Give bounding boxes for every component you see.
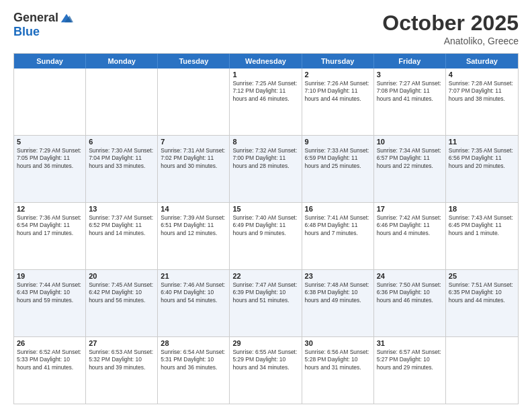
cell-info: Sunrise: 7:30 AM Sunset: 7:04 PM Dayligh… <box>89 147 154 170</box>
day-number: 6 <box>89 138 154 146</box>
calendar-cell: 29Sunrise: 6:55 AM Sunset: 5:29 PM Dayli… <box>230 337 302 404</box>
day-number: 25 <box>449 272 515 280</box>
calendar-week-1: 1Sunrise: 7:25 AM Sunset: 7:12 PM Daylig… <box>14 68 518 136</box>
month-title: October 2025 <box>382 11 519 36</box>
day-number: 28 <box>161 339 226 347</box>
cell-info: Sunrise: 6:52 AM Sunset: 5:33 PM Dayligh… <box>17 349 83 371</box>
calendar-cell: 30Sunrise: 6:56 AM Sunset: 5:28 PM Dayli… <box>302 337 374 404</box>
cell-info: Sunrise: 7:35 AM Sunset: 6:56 PM Dayligh… <box>449 147 515 170</box>
calendar-cell: 10Sunrise: 7:34 AM Sunset: 6:57 PM Dayli… <box>374 136 446 202</box>
calendar-body: 1Sunrise: 7:25 AM Sunset: 7:12 PM Daylig… <box>14 68 518 404</box>
calendar-cell: 20Sunrise: 7:45 AM Sunset: 6:42 PM Dayli… <box>86 270 158 336</box>
calendar-week-5: 26Sunrise: 6:52 AM Sunset: 5:33 PM Dayli… <box>14 337 518 404</box>
calendar-cell: 17Sunrise: 7:42 AM Sunset: 6:46 PM Dayli… <box>374 203 446 269</box>
cell-info: Sunrise: 7:31 AM Sunset: 7:02 PM Dayligh… <box>161 147 226 170</box>
calendar-week-2: 5Sunrise: 7:29 AM Sunset: 7:05 PM Daylig… <box>14 136 518 203</box>
cell-info: Sunrise: 7:28 AM Sunset: 7:07 PM Dayligh… <box>449 80 515 103</box>
header-day-monday: Monday <box>86 54 158 68</box>
calendar-cell: 18Sunrise: 7:43 AM Sunset: 6:45 PM Dayli… <box>446 203 518 269</box>
calendar-cell: 8Sunrise: 7:32 AM Sunset: 7:00 PM Daylig… <box>230 136 302 202</box>
calendar-cell: 12Sunrise: 7:36 AM Sunset: 6:54 PM Dayli… <box>14 203 86 269</box>
cell-info: Sunrise: 7:42 AM Sunset: 6:46 PM Dayligh… <box>377 214 443 237</box>
day-number: 30 <box>305 339 371 347</box>
header-day-friday: Friday <box>374 54 446 68</box>
calendar: SundayMondayTuesdayWednesdayThursdayFrid… <box>13 53 519 404</box>
day-number: 22 <box>232 272 298 280</box>
calendar-week-3: 12Sunrise: 7:36 AM Sunset: 6:54 PM Dayli… <box>14 203 518 270</box>
cell-info: Sunrise: 7:45 AM Sunset: 6:42 PM Dayligh… <box>89 281 154 304</box>
calendar-cell: 13Sunrise: 7:37 AM Sunset: 6:52 PM Dayli… <box>86 203 158 269</box>
cell-info: Sunrise: 7:47 AM Sunset: 6:39 PM Dayligh… <box>232 281 298 304</box>
cell-info: Sunrise: 7:36 AM Sunset: 6:54 PM Dayligh… <box>17 214 83 237</box>
day-number: 18 <box>449 205 515 213</box>
header-day-saturday: Saturday <box>446 54 518 68</box>
calendar-cell: 19Sunrise: 7:44 AM Sunset: 6:43 PM Dayli… <box>14 270 86 336</box>
calendar-cell: 28Sunrise: 6:54 AM Sunset: 5:31 PM Dayli… <box>158 337 230 404</box>
cell-info: Sunrise: 7:34 AM Sunset: 6:57 PM Dayligh… <box>377 147 443 170</box>
cell-info: Sunrise: 7:29 AM Sunset: 7:05 PM Dayligh… <box>17 147 83 170</box>
day-number: 27 <box>89 339 154 347</box>
day-number: 13 <box>89 205 154 213</box>
day-number: 26 <box>17 339 83 347</box>
calendar-cell: 3Sunrise: 7:27 AM Sunset: 7:08 PM Daylig… <box>374 68 446 135</box>
day-number: 2 <box>305 71 371 79</box>
cell-info: Sunrise: 7:48 AM Sunset: 6:38 PM Dayligh… <box>305 281 371 304</box>
calendar-cell: 24Sunrise: 7:50 AM Sunset: 6:36 PM Dayli… <box>374 270 446 336</box>
calendar-cell <box>14 68 86 135</box>
cell-info: Sunrise: 6:53 AM Sunset: 5:32 PM Dayligh… <box>89 349 154 371</box>
day-number: 17 <box>377 205 443 213</box>
header-day-sunday: Sunday <box>14 54 86 68</box>
day-number: 15 <box>232 205 298 213</box>
calendar-cell: 16Sunrise: 7:41 AM Sunset: 6:48 PM Dayli… <box>302 203 374 269</box>
cell-info: Sunrise: 7:46 AM Sunset: 6:40 PM Dayligh… <box>161 281 226 304</box>
calendar-week-4: 19Sunrise: 7:44 AM Sunset: 6:43 PM Dayli… <box>14 270 518 337</box>
calendar-cell: 21Sunrise: 7:46 AM Sunset: 6:40 PM Dayli… <box>158 270 230 336</box>
calendar-cell: 9Sunrise: 7:33 AM Sunset: 6:59 PM Daylig… <box>302 136 374 202</box>
title-section: October 2025 Anatoliko, Greece <box>382 11 519 46</box>
calendar-cell <box>446 337 518 404</box>
calendar-cell: 25Sunrise: 7:51 AM Sunset: 6:35 PM Dayli… <box>446 270 518 336</box>
location: Anatoliko, Greece <box>382 36 519 46</box>
day-number: 1 <box>232 71 298 79</box>
cell-info: Sunrise: 7:25 AM Sunset: 7:12 PM Dayligh… <box>232 80 298 103</box>
day-number: 24 <box>377 272 443 280</box>
day-number: 31 <box>377 339 443 347</box>
cell-info: Sunrise: 7:39 AM Sunset: 6:51 PM Dayligh… <box>161 214 226 237</box>
day-number: 8 <box>232 138 298 146</box>
day-number: 4 <box>449 71 515 79</box>
day-number: 11 <box>449 138 515 146</box>
calendar-cell: 7Sunrise: 7:31 AM Sunset: 7:02 PM Daylig… <box>158 136 230 202</box>
cell-info: Sunrise: 6:55 AM Sunset: 5:29 PM Dayligh… <box>232 349 298 371</box>
cell-info: Sunrise: 7:26 AM Sunset: 7:10 PM Dayligh… <box>305 80 371 103</box>
calendar-cell: 5Sunrise: 7:29 AM Sunset: 7:05 PM Daylig… <box>14 136 86 202</box>
cell-info: Sunrise: 7:43 AM Sunset: 6:45 PM Dayligh… <box>449 214 515 237</box>
page: General Blue October 2025 Anatoliko, Gre… <box>0 0 532 411</box>
cell-info: Sunrise: 7:37 AM Sunset: 6:52 PM Dayligh… <box>89 214 154 237</box>
day-number: 5 <box>17 138 83 146</box>
day-number: 10 <box>377 138 443 146</box>
calendar-cell: 14Sunrise: 7:39 AM Sunset: 6:51 PM Dayli… <box>158 203 230 269</box>
header-day-thursday: Thursday <box>302 54 374 68</box>
header-day-tuesday: Tuesday <box>158 54 230 68</box>
cell-info: Sunrise: 6:56 AM Sunset: 5:28 PM Dayligh… <box>305 349 371 371</box>
calendar-cell: 4Sunrise: 7:28 AM Sunset: 7:07 PM Daylig… <box>446 68 518 135</box>
day-number: 7 <box>161 138 226 146</box>
logo-blue: Blue <box>13 25 40 39</box>
header: General Blue October 2025 Anatoliko, Gre… <box>13 11 519 46</box>
day-number: 12 <box>17 205 83 213</box>
cell-info: Sunrise: 7:40 AM Sunset: 6:49 PM Dayligh… <box>232 214 298 237</box>
calendar-cell: 15Sunrise: 7:40 AM Sunset: 6:49 PM Dayli… <box>230 203 302 269</box>
calendar-cell: 11Sunrise: 7:35 AM Sunset: 6:56 PM Dayli… <box>446 136 518 202</box>
cell-info: Sunrise: 7:51 AM Sunset: 6:35 PM Dayligh… <box>449 281 515 304</box>
day-number: 3 <box>377 71 443 79</box>
calendar-header: SundayMondayTuesdayWednesdayThursdayFrid… <box>14 54 518 68</box>
day-number: 14 <box>161 205 226 213</box>
logo-general: General <box>13 11 58 25</box>
logo: General Blue <box>13 11 73 39</box>
day-number: 19 <box>17 272 83 280</box>
cell-info: Sunrise: 7:27 AM Sunset: 7:08 PM Dayligh… <box>377 80 443 103</box>
calendar-cell <box>158 68 230 135</box>
day-number: 9 <box>305 138 371 146</box>
calendar-cell: 23Sunrise: 7:48 AM Sunset: 6:38 PM Dayli… <box>302 270 374 336</box>
calendar-cell: 31Sunrise: 6:57 AM Sunset: 5:27 PM Dayli… <box>374 337 446 404</box>
